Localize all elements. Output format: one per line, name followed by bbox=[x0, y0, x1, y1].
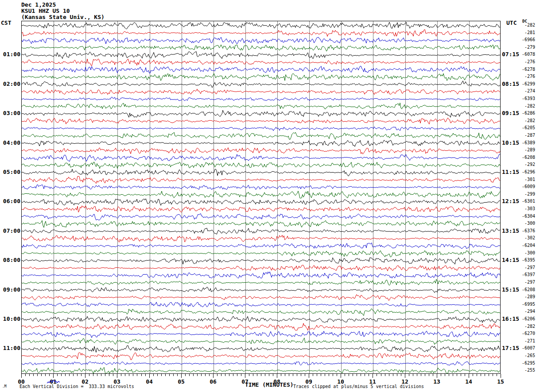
major-tick bbox=[245, 374, 245, 378]
title-station: KSU1 HHZ US 10 bbox=[21, 8, 105, 14]
minor-tick bbox=[157, 374, 158, 376]
minor-tick bbox=[257, 374, 257, 376]
minor-tick bbox=[269, 374, 269, 376]
minor-tick bbox=[337, 374, 337, 376]
dc-offset-value: -6393 bbox=[519, 96, 535, 101]
minor-tick bbox=[249, 374, 249, 376]
minor-tick bbox=[389, 374, 389, 376]
minor-tick bbox=[225, 374, 225, 376]
left-timezone-label: CST bbox=[1, 19, 11, 26]
minor-tick bbox=[353, 374, 353, 376]
dc-offset-value: -6007 bbox=[519, 346, 535, 350]
minor-tick bbox=[445, 374, 445, 376]
major-tick bbox=[117, 374, 117, 378]
corner-mark: .M bbox=[2, 384, 7, 388]
major-tick bbox=[405, 374, 405, 378]
minor-tick bbox=[77, 374, 78, 376]
minor-tick bbox=[209, 374, 210, 376]
minor-tick bbox=[221, 374, 221, 376]
dc-offset-value: -282 bbox=[519, 118, 535, 123]
cst-hour-label: 11:00 bbox=[0, 345, 20, 351]
dc-offset-value: -6078 bbox=[519, 52, 535, 57]
minor-tick bbox=[177, 374, 178, 376]
minor-tick bbox=[417, 374, 417, 376]
minor-tick bbox=[81, 374, 82, 376]
title-date: Dec 1,2025 bbox=[21, 2, 105, 8]
minor-tick bbox=[197, 374, 198, 376]
dc-offset-value: -282 bbox=[519, 104, 535, 108]
minor-tick bbox=[153, 374, 154, 376]
minor-tick bbox=[413, 374, 413, 376]
minor-tick bbox=[453, 374, 453, 376]
major-tick bbox=[85, 374, 85, 378]
dc-offset-value: -6208 bbox=[519, 155, 535, 160]
dc-offset-value: -292 bbox=[519, 162, 535, 167]
title-location: (Kansas State Univ., KS) bbox=[21, 14, 105, 20]
minor-tick bbox=[233, 374, 233, 376]
minor-tick bbox=[265, 374, 265, 376]
minor-tick bbox=[289, 374, 289, 376]
minor-tick bbox=[409, 374, 409, 376]
minor-tick bbox=[129, 374, 129, 376]
minor-tick bbox=[145, 374, 146, 376]
x-axis-tick-label: 15 bbox=[492, 378, 509, 385]
cst-hour-label: 04:00 bbox=[0, 140, 20, 146]
minor-tick bbox=[421, 374, 421, 376]
seismogram-traces-canvas bbox=[22, 21, 500, 373]
minor-tick bbox=[169, 374, 170, 376]
dc-offset-value: -6208 bbox=[519, 287, 535, 292]
minor-tick bbox=[401, 374, 401, 376]
minor-tick bbox=[205, 374, 206, 376]
minor-tick bbox=[477, 374, 477, 376]
minor-tick bbox=[485, 374, 485, 376]
helicorder-page: Dec 1,2025 KSU1 HHZ US 10 (Kansas State … bbox=[0, 0, 536, 392]
dc-offset-value: -287 bbox=[519, 133, 535, 138]
x-axis-tick-label: 13 bbox=[428, 378, 446, 385]
clip-note: Traces clipped at plus/minus 5 vertical … bbox=[293, 384, 424, 389]
major-tick bbox=[469, 374, 469, 378]
dc-offset-value: -303 bbox=[519, 206, 535, 211]
minor-tick bbox=[429, 374, 429, 376]
dc-offset-value: -274 bbox=[519, 88, 535, 93]
dc-offset-value: -300 bbox=[519, 221, 535, 226]
minor-tick bbox=[493, 374, 493, 376]
dc-offset-value: -255 bbox=[519, 368, 535, 373]
minor-tick bbox=[237, 374, 237, 376]
minor-tick bbox=[377, 374, 377, 376]
minor-tick bbox=[121, 374, 121, 376]
major-tick bbox=[437, 374, 437, 378]
dc-offset-value: -282 bbox=[519, 23, 535, 27]
dc-offset-value: -6397 bbox=[519, 272, 535, 277]
right-timezone-label: UTC bbox=[506, 19, 517, 26]
minor-tick bbox=[193, 374, 194, 376]
minor-tick bbox=[125, 374, 125, 376]
stray-trace-squiggle-icon bbox=[47, 379, 60, 384]
minor-tick bbox=[261, 374, 261, 376]
minor-tick bbox=[393, 374, 393, 376]
dc-offset-value: -6296 bbox=[519, 169, 535, 174]
minor-tick bbox=[61, 374, 62, 376]
minor-tick bbox=[301, 374, 301, 376]
minor-tick bbox=[37, 374, 38, 376]
dc-offset-value: -6206 bbox=[519, 316, 535, 321]
minor-tick bbox=[161, 374, 162, 376]
major-tick bbox=[149, 374, 150, 378]
cst-hour-label: 01:00 bbox=[0, 51, 20, 58]
minor-tick bbox=[357, 374, 357, 376]
minor-tick bbox=[29, 374, 30, 376]
title-block: Dec 1,2025 KSU1 HHZ US 10 (Kansas State … bbox=[21, 2, 105, 20]
minor-tick bbox=[385, 374, 385, 376]
dc-offset-value: -297 bbox=[519, 265, 535, 270]
minor-tick bbox=[317, 374, 317, 376]
dc-offset-value: -6389 bbox=[519, 140, 535, 145]
x-axis-tick-label: 05 bbox=[172, 378, 190, 385]
dc-offset-value: -6966 bbox=[519, 37, 535, 42]
minor-tick bbox=[33, 374, 34, 376]
dc-offset-value: -301 bbox=[519, 177, 535, 182]
major-tick bbox=[213, 374, 214, 378]
minor-tick bbox=[325, 374, 325, 376]
minor-tick bbox=[441, 374, 441, 376]
dc-offset-value: -265 bbox=[519, 353, 535, 358]
dc-offset-value: -276 bbox=[519, 59, 535, 64]
dc-offset-value: -276 bbox=[519, 74, 535, 79]
